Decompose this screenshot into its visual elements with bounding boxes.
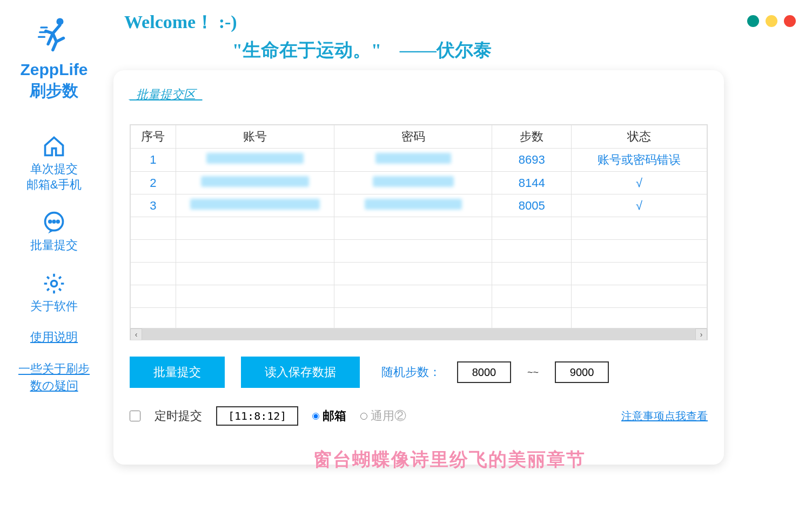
tilde-separator: ~~ bbox=[527, 367, 539, 378]
timed-submit-label: 定时提交 bbox=[155, 408, 202, 424]
header-text: Welcome！ :-) "生命在于运动。" ——伏尔泰 bbox=[124, 10, 492, 63]
table-row[interactable]: 3 8005 √ bbox=[131, 194, 707, 217]
table-row[interactable]: 2 8144 √ bbox=[131, 172, 707, 194]
radio-general[interactable] bbox=[360, 413, 367, 420]
dot-yellow[interactable] bbox=[766, 15, 777, 27]
scroll-track[interactable] bbox=[142, 328, 695, 340]
decorative-lyric: 窗台蝴蝶像诗里纷飞的美丽章节 bbox=[313, 447, 586, 472]
nav-about[interactable]: 关于软件 bbox=[30, 272, 78, 314]
dot-green[interactable] bbox=[747, 15, 759, 27]
svg-point-3 bbox=[53, 221, 55, 223]
time-display[interactable]: [11:8:12] bbox=[216, 406, 298, 426]
runner-icon bbox=[35, 13, 73, 56]
col-status: 状态 bbox=[571, 125, 707, 149]
table-header-row: 序号 账号 密码 步数 状态 bbox=[131, 125, 707, 149]
app-title: ZeppLife bbox=[21, 61, 88, 79]
quote-text: "生命在于运动。" ——伏尔泰 bbox=[232, 38, 492, 63]
batch-submit-button[interactable]: 批量提交 bbox=[130, 357, 225, 388]
table-row[interactable]: 1 8693 账号或密码错误 bbox=[131, 149, 707, 172]
load-data-button[interactable]: 读入保存数据 bbox=[241, 357, 360, 388]
nav-batch-submit[interactable]: 批量提交 bbox=[30, 211, 78, 253]
col-index: 序号 bbox=[131, 125, 176, 149]
radio-general-wrap[interactable]: 通用② bbox=[360, 408, 406, 424]
link-usage[interactable]: 使用说明 bbox=[30, 329, 78, 346]
section-title: _批量提交区_ bbox=[130, 86, 708, 103]
min-steps-input[interactable] bbox=[457, 361, 511, 383]
table-wrap: 序号 账号 密码 步数 状态 1 8693 账号或密码错误 2 bbox=[130, 124, 708, 340]
svg-point-4 bbox=[57, 221, 59, 223]
link-faq[interactable]: 一些关于刷步数の疑问 bbox=[18, 361, 90, 394]
controls-row-2: 定时提交 [11:8:12] 邮箱 通用② 注意事项点我查看 bbox=[130, 406, 708, 426]
radio-email-wrap[interactable]: 邮箱 bbox=[312, 408, 346, 424]
batch-panel: _批量提交区_ 序号 账号 密码 步数 状态 1 8693 账号或密 bbox=[113, 70, 724, 465]
table-row[interactable] bbox=[131, 263, 707, 285]
horizontal-scrollbar[interactable]: ‹ › bbox=[130, 328, 707, 340]
timed-submit-checkbox[interactable] bbox=[130, 411, 140, 421]
radio-email[interactable] bbox=[312, 413, 319, 420]
svg-point-5 bbox=[51, 280, 57, 286]
table-row[interactable] bbox=[131, 285, 707, 308]
random-steps-label: 随机步数： bbox=[381, 364, 441, 380]
col-steps: 步数 bbox=[492, 125, 571, 149]
chat-icon bbox=[42, 211, 66, 234]
sidebar: ZeppLife 刷步数 单次提交邮箱&手机 批量提交 关于软件 使用说明 一些… bbox=[0, 0, 108, 517]
col-password: 密码 bbox=[334, 125, 492, 149]
controls-row-1: 批量提交 读入保存数据 随机步数： ~~ bbox=[130, 357, 708, 388]
accounts-table: 序号 账号 密码 步数 状态 1 8693 账号或密码错误 2 bbox=[130, 125, 707, 331]
table-row[interactable] bbox=[131, 308, 707, 331]
dot-red[interactable] bbox=[784, 15, 796, 27]
max-steps-input[interactable] bbox=[555, 361, 609, 383]
gear-icon bbox=[42, 272, 66, 296]
table-row[interactable] bbox=[131, 240, 707, 263]
scroll-right-icon[interactable]: › bbox=[695, 328, 707, 340]
welcome-text: Welcome！ :-) bbox=[124, 10, 492, 35]
notice-link[interactable]: 注意事项点我查看 bbox=[621, 409, 708, 424]
nav-single-submit[interactable]: 单次提交邮箱&手机 bbox=[26, 135, 82, 192]
col-account: 账号 bbox=[176, 125, 334, 149]
table-row[interactable] bbox=[131, 217, 707, 240]
app-subtitle: 刷步数 bbox=[30, 80, 78, 102]
scroll-left-icon[interactable]: ‹ bbox=[130, 328, 142, 340]
window-controls bbox=[747, 15, 796, 27]
svg-point-2 bbox=[49, 221, 51, 223]
home-icon bbox=[42, 135, 66, 158]
